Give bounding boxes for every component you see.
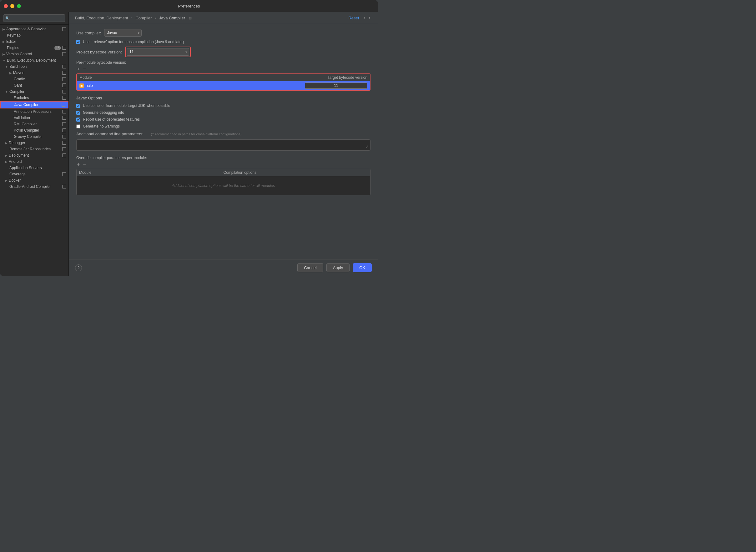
sidebar-item-label: Gradle-Android Compiler <box>9 184 51 189</box>
add-module-button[interactable]: + <box>76 66 80 72</box>
sidebar-item-keymap[interactable]: Keymap <box>0 32 69 38</box>
sidebar-item-application-servers[interactable]: Application Servers <box>0 165 69 171</box>
table-header-module: Module <box>80 75 305 80</box>
per-module-toolbar: + − <box>76 66 371 72</box>
sidebar-item-label: Java Compiler <box>14 103 38 107</box>
box-icon <box>62 77 66 81</box>
sidebar-item-groovy-compiler[interactable]: Groovy Compiler <box>0 133 69 140</box>
sidebar-item-docker[interactable]: ▶ Docker <box>0 177 69 183</box>
sidebar-item-label: Annotation Processors <box>14 109 51 114</box>
minimize-button[interactable] <box>10 4 14 8</box>
search-bar: 🔍 <box>0 12 69 25</box>
content-header: Build, Execution, Deployment › Compiler … <box>69 12 378 24</box>
javac-options-title: Javac Options <box>76 96 371 100</box>
remove-override-button[interactable]: − <box>82 162 86 167</box>
module-name-label: halo <box>86 84 93 88</box>
sidebar-item-compiler[interactable]: ▼ Compiler <box>0 89 69 95</box>
breadcrumb-part1: Build, Execution, Deployment <box>75 16 128 20</box>
plugins-badge: 13 <box>54 46 61 50</box>
help-button[interactable]: ? <box>75 264 82 271</box>
override-table: Module Compilation options Additional co… <box>76 169 371 195</box>
additional-cmd-input[interactable] <box>76 139 371 151</box>
apply-button[interactable]: Apply <box>327 263 350 272</box>
option-debugging-info-row: Generate debugging info <box>76 110 371 115</box>
sidebar-item-label: Gant <box>14 83 22 88</box>
sidebar-item-kotlin-compiler[interactable]: Kotlin Compiler <box>0 127 69 133</box>
option-module-target-jdk-checkbox[interactable] <box>76 104 80 108</box>
override-header-compilation: Compilation options <box>224 170 368 175</box>
sidebar-item-coverage[interactable]: Coverage <box>0 171 69 177</box>
sidebar-item-maven[interactable]: ▶ Maven <box>0 70 69 76</box>
search-input[interactable] <box>3 14 66 22</box>
sidebar-item-gradle[interactable]: Gradle <box>0 76 69 82</box>
sidebar-item-deployment[interactable]: ▶ Deployment <box>0 152 69 158</box>
sidebar-item-editor[interactable]: ▶ Editor <box>0 38 69 45</box>
remove-module-button[interactable]: − <box>82 66 86 72</box>
sidebar-item-debugger[interactable]: ▶ Debugger <box>0 140 69 146</box>
close-button[interactable] <box>4 4 8 8</box>
chevron-down-icon: ▼ <box>5 65 8 68</box>
sidebar-item-java-compiler[interactable]: Java Compiler <box>0 101 69 109</box>
box-icon <box>62 153 66 157</box>
box-icon <box>61 103 66 107</box>
option-deprecated-checkbox[interactable] <box>76 118 80 122</box>
box-icon <box>62 128 66 132</box>
box-icon <box>62 172 66 176</box>
sidebar-item-excludes[interactable]: Excludes <box>0 95 69 101</box>
use-release-option-row: Use '--release' option for cross-compila… <box>76 40 371 44</box>
forward-button[interactable]: › <box>368 15 372 21</box>
sidebar-item-label: Build, Execution, Deployment <box>7 58 56 62</box>
sidebar-item-plugins[interactable]: Plugins 13 <box>0 45 69 51</box>
use-compiler-select[interactable]: Javac <box>104 29 142 36</box>
sidebar-item-label: Kotlin Compiler <box>14 128 39 133</box>
sidebar-item-gradle-android-compiler[interactable]: Gradle-Android Compiler <box>0 183 69 190</box>
option-no-warnings-label: Generate no warnings <box>83 124 120 128</box>
additional-cmd-row: Additional command line parameters: ('/'… <box>76 132 371 136</box>
window-controls[interactable] <box>4 4 21 8</box>
sidebar-item-android[interactable]: ▶ Android <box>0 158 69 165</box>
project-bytecode-select[interactable]: 11 <box>127 48 189 56</box>
reset-button[interactable]: Reset <box>348 16 359 20</box>
sidebar-item-label: Application Servers <box>9 166 41 170</box>
maximize-button[interactable] <box>17 4 21 8</box>
sidebar-item-rmi-compiler[interactable]: RMI Compiler <box>0 121 69 127</box>
add-override-button[interactable]: + <box>76 162 80 167</box>
chevron-right-icon: ▶ <box>5 179 7 182</box>
module-version-input[interactable] <box>305 83 367 89</box>
breadcrumb-current: Java Compiler <box>159 16 185 20</box>
use-release-option-checkbox[interactable] <box>76 40 80 44</box>
sidebar-item-version-control[interactable]: ▶ Version Control <box>0 51 69 57</box>
module-table: Module Target bytecode version ▣ halo <box>76 74 371 91</box>
sidebar-item-build-execution-deployment[interactable]: ▼ Build, Execution, Deployment <box>0 57 69 63</box>
box-icon <box>62 90 66 94</box>
sidebar-item-label: Plugins <box>7 46 19 50</box>
sidebar-item-label: Android <box>9 159 22 164</box>
sidebar-item-label: Groovy Compiler <box>14 134 42 139</box>
titlebar: Preferences <box>0 0 378 12</box>
override-table-header: Module Compilation options <box>77 169 370 176</box>
sidebar-item-gant[interactable]: Gant <box>0 82 69 89</box>
sidebar: 🔍 ▶ Appearance & Behavior Keymap ▶ Edito… <box>0 12 69 276</box>
override-toolbar: + − <box>76 162 371 167</box>
option-debugging-info-checkbox[interactable] <box>76 111 80 115</box>
window-title: Preferences <box>178 4 200 8</box>
box-icon <box>62 110 66 114</box>
per-module-label: Per-module bytecode version: <box>76 60 371 65</box>
box-icon <box>62 84 66 87</box>
sidebar-item-annotation-processors[interactable]: Annotation Processors <box>0 109 69 115</box>
box-icon <box>62 46 66 50</box>
sidebar-item-label: Compiler <box>9 90 24 94</box>
sidebar-item-build-tools[interactable]: ▼ Build Tools <box>0 63 69 70</box>
sidebar-item-validation[interactable]: Validation <box>0 115 69 121</box>
sidebar-item-appearance-behavior[interactable]: ▶ Appearance & Behavior <box>0 26 69 32</box>
sidebar-item-label: Appearance & Behavior <box>6 27 46 31</box>
cancel-button[interactable]: Cancel <box>297 263 323 272</box>
sidebar-tree: ▶ Appearance & Behavior Keymap ▶ Editor … <box>0 25 69 276</box>
ok-button[interactable]: OK <box>353 263 372 272</box>
option-no-warnings-checkbox[interactable] <box>76 124 80 128</box>
expand-button[interactable]: ⤢ <box>366 144 369 149</box>
sidebar-item-remote-jar-repositories[interactable]: Remote Jar Repositories <box>0 146 69 152</box>
table-row[interactable]: ▣ halo <box>77 81 370 90</box>
sidebar-item-label: Keymap <box>7 33 21 37</box>
back-button[interactable]: ‹ <box>362 15 366 21</box>
